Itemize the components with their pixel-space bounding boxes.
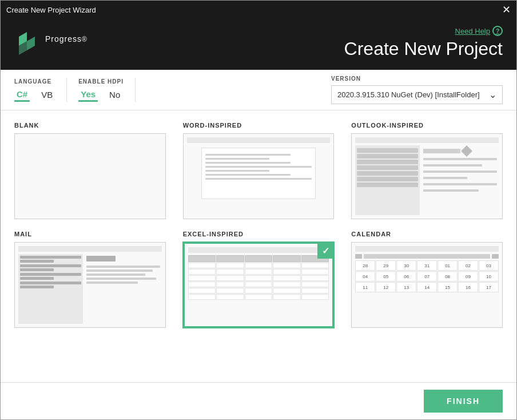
- excel-header-cell-3: [245, 255, 273, 262]
- close-button[interactable]: ✕: [502, 5, 511, 15]
- outlook-body: [355, 145, 499, 215]
- outlook-list-item-1: [357, 148, 418, 153]
- mail-detail: [85, 254, 162, 324]
- excel-cell-r1c2: [216, 263, 244, 268]
- finish-button[interactable]: FINISH: [424, 390, 503, 413]
- template-calendar-label: CALENDAR: [351, 231, 503, 237]
- calendar-grid: 28 29 30 31 01 02 03 04 05: [355, 260, 499, 324]
- hdpi-no-button[interactable]: No: [107, 89, 122, 101]
- template-mail-label: MAIL: [14, 231, 166, 237]
- excel-cell-r5c5: [301, 288, 329, 294]
- excel-cell-r4c1: [188, 282, 216, 287]
- hdpi-yes-button[interactable]: Yes: [78, 88, 98, 102]
- template-excel-preview: ✓: [183, 242, 335, 328]
- template-blank[interactable]: BLANK: [14, 122, 166, 219]
- template-word-preview: [183, 133, 335, 219]
- template-calendar-preview: 28 29 30 31 01 02 03 04 05: [351, 242, 503, 328]
- template-word-label: WORD-INSPIRED: [183, 122, 335, 129]
- svg-marker-1: [27, 37, 35, 50]
- titlebar: Create New Project Wizard ✕: [1, 1, 516, 19]
- mail-mock-ui: [15, 243, 165, 327]
- language-group: LANGUAGE C# VB: [14, 78, 67, 102]
- version-label: VERSION: [331, 76, 503, 82]
- version-value: 2020.3.915.310 NuGet (Dev) [InstallFolde…: [337, 90, 480, 99]
- outlook-list-item-6: [357, 177, 418, 181]
- template-mail[interactable]: MAIL: [14, 231, 166, 328]
- calendar-nav: [355, 254, 499, 259]
- mail-item-3: [20, 273, 81, 280]
- excel-row-6: [188, 294, 329, 300]
- excel-cell-r5c3: [245, 288, 273, 294]
- excel-mock-ui: [185, 244, 333, 326]
- cal-cell-2-7: 10: [479, 271, 499, 282]
- outlook-mock-ui: [352, 134, 502, 219]
- cal-cell-2-1: 04: [355, 271, 375, 282]
- excel-grid: [188, 255, 329, 323]
- calendar-toolbar: [355, 246, 499, 252]
- mail-text-line-3: [86, 274, 145, 276]
- outlook-list: [355, 145, 420, 215]
- cal-cell-3-3: 13: [396, 282, 416, 292]
- language-choices: C# VB: [14, 88, 55, 102]
- cal-cell-1-7: 03: [479, 260, 499, 271]
- template-blank-label: BLANK: [14, 122, 166, 129]
- outlook-toolbar: [355, 137, 499, 143]
- language-label: LANGUAGE: [14, 78, 55, 85]
- excel-cell-r4c3: [245, 282, 273, 287]
- word-line-2: [205, 158, 269, 160]
- excel-cell-r1c4: [273, 263, 301, 268]
- cal-cell-3-4: 14: [417, 282, 437, 292]
- excel-cell-r1c5: [301, 263, 329, 268]
- language-csharp-button[interactable]: C#: [14, 88, 30, 102]
- cal-cell-1-5: 01: [438, 260, 458, 271]
- cal-cell-3-1: 11: [355, 282, 375, 292]
- outlook-list-item-2: [357, 154, 418, 159]
- dropdown-arrow-icon: ⌄: [489, 89, 496, 100]
- excel-header-row: [188, 255, 329, 262]
- word-line-6: [205, 174, 291, 176]
- template-excel[interactable]: EXCEL-INSPIRED ✓: [183, 231, 335, 328]
- template-outlook-label: OUTLOOK-INSPIRED: [351, 122, 503, 129]
- excel-cell-r1c3: [245, 263, 273, 268]
- options-bar: LANGUAGE C# VB Enable HDPI Yes No VERSIO…: [1, 70, 516, 110]
- outlook-list-item-5: [357, 171, 418, 176]
- cal-cell-1-4: 31: [417, 260, 437, 271]
- version-dropdown[interactable]: 2020.3.915.310 NuGet (Dev) [InstallFolde…: [331, 85, 503, 104]
- mail-text-line-5: [86, 282, 138, 284]
- language-vb-button[interactable]: VB: [39, 89, 55, 101]
- cal-cell-3-5: 15: [438, 282, 458, 292]
- need-help-link[interactable]: Need Help ?: [455, 26, 503, 36]
- calendar-title: [364, 254, 490, 259]
- calendar-next-icon: [492, 254, 499, 259]
- mail-text-line-4: [86, 278, 156, 280]
- template-outlook-preview: [351, 133, 503, 219]
- titlebar-title: Create New Project Wizard: [6, 6, 96, 14]
- help-circle-icon: ?: [492, 26, 503, 36]
- excel-cell-r5c4: [273, 288, 301, 294]
- cal-cell-2-2: 05: [376, 271, 396, 282]
- footer: FINISH: [1, 382, 516, 419]
- word-doc-container: [187, 145, 331, 201]
- mail-detail-lines: [86, 266, 160, 284]
- excel-cell-r2c1: [188, 269, 216, 275]
- excel-cell-r4c4: [273, 282, 301, 287]
- excel-row-5: [188, 288, 329, 294]
- cal-cell-2-4: 07: [417, 271, 437, 282]
- logo: Progress®: [14, 31, 88, 55]
- outlook-detail-line-5: [423, 183, 497, 185]
- excel-cell-r3c2: [216, 275, 244, 281]
- excel-row-2: [188, 269, 329, 275]
- header-right: Need Help ? Create New Project: [344, 26, 503, 60]
- excel-cell-r3c4: [273, 275, 301, 281]
- excel-cell-r6c1: [188, 294, 216, 300]
- cal-cell-1-3: 30: [396, 260, 416, 271]
- page-title: Create New Project: [344, 38, 503, 60]
- template-word[interactable]: WORD-INSPIRED: [183, 122, 335, 219]
- selected-checkmark-icon: ✓: [317, 243, 333, 259]
- hdpi-group: Enable HDPI Yes No: [78, 78, 136, 102]
- template-outlook[interactable]: OUTLOOK-INSPIRED: [351, 122, 503, 219]
- excel-cell-r6c2: [216, 294, 244, 300]
- template-calendar[interactable]: CALENDAR 28 29 30: [351, 231, 503, 328]
- template-mail-preview: [14, 242, 166, 328]
- version-group: VERSION 2020.3.915.310 NuGet (Dev) [Inst…: [331, 76, 503, 104]
